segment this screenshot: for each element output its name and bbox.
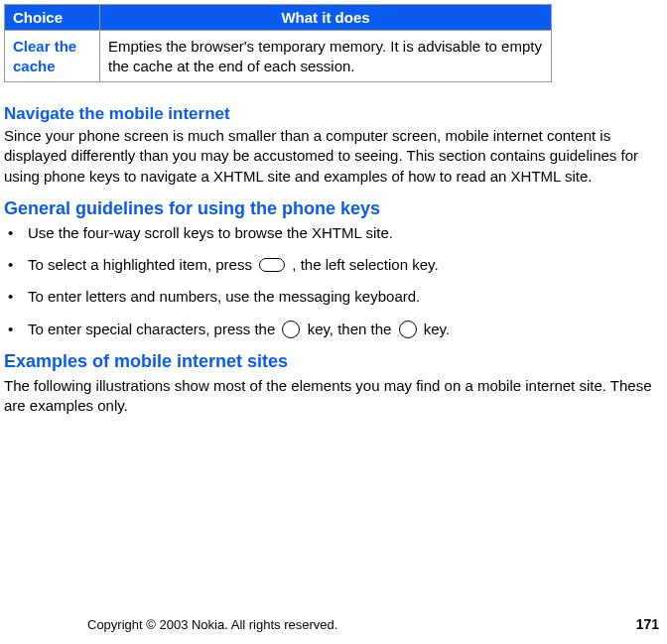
choice-cell: Clear the cache xyxy=(5,31,100,82)
list-text: To select a highlighted item, press , th… xyxy=(28,255,663,275)
desc-cell: Empties the browser's temporary memory. … xyxy=(100,31,552,82)
bullet-icon: • xyxy=(8,223,28,243)
copyright-text: Copyright © 2003 Nokia. All rights reser… xyxy=(87,617,337,632)
text-fragment: To enter special characters, press the xyxy=(28,321,279,337)
body-navigate: Since your phone screen is much smaller … xyxy=(4,126,663,187)
special-key-icon xyxy=(399,321,417,338)
list-item: • To enter letters and numbers, use the … xyxy=(8,287,663,307)
text-fragment: To select a highlighted item, press xyxy=(28,256,256,273)
page-number: 171 xyxy=(636,616,659,632)
table-row: Clear the cache Empties the browser's te… xyxy=(5,31,552,82)
table-header-desc: What it does xyxy=(100,5,552,31)
heading-examples: Examples of mobile internet sites xyxy=(4,351,663,372)
text-fragment: key, then the xyxy=(308,321,396,337)
bullet-icon: • xyxy=(8,320,28,339)
options-table: Choice What it does Clear the cache Empt… xyxy=(4,4,552,82)
guidelines-list: • Use the four-way scroll keys to browse… xyxy=(8,223,663,339)
bullet-icon: • xyxy=(8,287,28,307)
text-fragment: , the left selection key. xyxy=(292,256,438,273)
list-text: Use the four-way scroll keys to browse t… xyxy=(28,223,663,243)
list-text: To enter special characters, press the k… xyxy=(28,320,663,339)
page-footer: Copyright © 2003 Nokia. All rights reser… xyxy=(0,616,667,632)
selection-key-icon xyxy=(259,258,285,272)
list-item: • To enter special characters, press the… xyxy=(8,320,663,339)
heading-guidelines: General guidelines for using the phone k… xyxy=(4,198,663,219)
text-fragment: key. xyxy=(424,321,450,337)
special-key-icon xyxy=(282,321,300,338)
bullet-icon: • xyxy=(8,255,28,275)
list-item: • Use the four-way scroll keys to browse… xyxy=(8,223,663,243)
table-header-choice: Choice xyxy=(5,5,100,31)
body-examples: The following illustrations show most of… xyxy=(4,376,663,417)
list-item: • To select a highlighted item, press , … xyxy=(8,255,663,275)
heading-navigate: Navigate the mobile internet xyxy=(4,104,663,124)
list-text: To enter letters and numbers, use the me… xyxy=(28,287,663,307)
